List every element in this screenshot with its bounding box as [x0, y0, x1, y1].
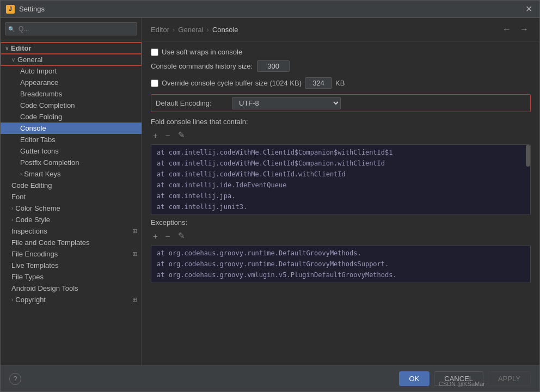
override-label: Override console cycle buffer size (1024…: [162, 79, 302, 87]
apply-button[interactable]: APPLY: [488, 371, 531, 386]
badge-icon: ⊞: [132, 228, 137, 235]
list-item[interactable]: at com.intellij.codeWithMe.ClientId.with…: [154, 169, 528, 180]
list-item[interactable]: at com.intellij.junit3.: [154, 201, 528, 212]
encoding-select[interactable]: UTF-8 UTF-16 ISO-8859-1 Windows-1252 US-…: [232, 97, 341, 109]
tree-item-general[interactable]: ∨ General: [1, 54, 142, 65]
exceptions-section-title: Exceptions:: [151, 218, 531, 226]
list-item[interactable]: at org.codehaus.groovy.runtime.DefaultGr…: [154, 259, 528, 270]
tree-item-gutter-icons[interactable]: Gutter Icons: [1, 145, 142, 157]
encoding-label: Default Encoding:: [156, 99, 232, 107]
tree-item-live-templates[interactable]: Live Templates: [1, 260, 142, 271]
breadcrumb-editor: Editor: [151, 26, 169, 34]
tree-item-font[interactable]: Font: [1, 191, 142, 203]
watermark: CSDN @KSaMar: [439, 381, 485, 387]
nav-back-button[interactable]: ←: [500, 23, 513, 35]
sidebar: ∨ Editor ∨ General Auto Import Appearanc…: [1, 18, 142, 365]
breadcrumb-general: General: [178, 26, 203, 34]
badge-icon: ⊞: [132, 296, 137, 303]
dialog-body: ∨ Editor ∨ General Auto Import Appearanc…: [1, 18, 539, 365]
badge-icon: ⊞: [132, 250, 137, 258]
tree-item-console[interactable]: Console: [1, 122, 142, 134]
soft-wraps-checkbox[interactable]: [151, 48, 158, 56]
list-item[interactable]: at org.codehaus.groovy.runtime.DefaultGr…: [154, 248, 528, 259]
exceptions-list: at org.codehaus.groovy.runtime.DefaultGr…: [151, 245, 531, 283]
tree-item-file-types[interactable]: File Types: [1, 271, 142, 283]
tree-item-inspections[interactable]: Inspections ⊞: [1, 225, 142, 237]
tree-item-code-completion[interactable]: Code Completion: [1, 100, 142, 111]
breadcrumb-sep1: ›: [173, 26, 175, 34]
tree-item-breadcrumbs[interactable]: Breadcrumbs: [1, 88, 142, 100]
arrow-icon: ›: [11, 297, 13, 303]
soft-wraps-label: Use soft wraps in console: [162, 48, 242, 56]
tree-item-smart-keys[interactable]: › Smart Keys: [1, 168, 142, 180]
content-area: Editor › General › Console ← → Use soft …: [142, 18, 539, 365]
arrow-icon: ∨: [11, 57, 15, 63]
nav-forward-button[interactable]: →: [518, 23, 531, 35]
search-input[interactable]: [5, 22, 137, 35]
fold-list: at com.intellij.codeWithMe.ClientId$Comp…: [151, 144, 531, 215]
breadcrumb-current: Console: [212, 26, 238, 34]
encoding-row: Default Encoding: UTF-8 UTF-16 ISO-8859-…: [151, 94, 531, 112]
help-button[interactable]: ?: [9, 373, 21, 385]
exc-add-button[interactable]: +: [151, 230, 160, 242]
exc-remove-button[interactable]: −: [163, 230, 173, 242]
search-box: [1, 18, 142, 40]
override-row: Override console cycle buffer size (1024…: [151, 77, 531, 89]
list-item[interactable]: at com.intellij.ide.IdeEventQueue: [154, 180, 528, 191]
arrow-icon: ›: [20, 171, 22, 177]
override-unit: KB: [335, 79, 345, 87]
fold-toolbar: + − ✎: [151, 129, 531, 141]
list-item[interactable]: at com.intellij.codeWithMe.ClientId$Comp…: [154, 158, 528, 169]
tree-item-file-templates[interactable]: File and Code Templates: [1, 237, 142, 248]
scrollbar-track: [526, 145, 530, 215]
nav-arrows: ← →: [500, 23, 531, 35]
override-checkbox[interactable]: [151, 79, 158, 87]
tree: ∨ Editor ∨ General Auto Import Appearanc…: [1, 40, 142, 365]
breadcrumb: Editor › General › Console: [151, 26, 238, 34]
soft-wraps-row: Use soft wraps in console: [151, 48, 531, 56]
tree-item-code-style[interactable]: › Code Style: [1, 214, 142, 225]
tree-item-android-design[interactable]: Android Design Tools: [1, 283, 142, 294]
dialog-title: Settings: [19, 5, 523, 13]
history-size-row: Console commands history size:: [151, 60, 531, 72]
search-wrapper: [5, 22, 137, 35]
scrollbar-thumb[interactable]: [526, 145, 530, 167]
list-item[interactable]: at com.intellij.jpa.: [154, 191, 528, 201]
tree-item-editor[interactable]: ∨ Editor: [1, 42, 142, 54]
override-value-input[interactable]: [305, 77, 332, 89]
arrow-icon: ∨: [5, 45, 9, 51]
tree-item-code-folding[interactable]: Code Folding: [1, 111, 142, 122]
history-size-input[interactable]: [257, 60, 290, 72]
tree-item-editor-tabs[interactable]: Editor Tabs: [1, 134, 142, 145]
footer: ? OK CANCEL APPLY: [1, 365, 539, 391]
close-button[interactable]: ✕: [523, 4, 534, 14]
title-bar: J Settings ✕: [1, 1, 539, 18]
arrow-icon: ›: [11, 205, 13, 211]
tree-item-appearance[interactable]: Appearance: [1, 77, 142, 88]
tree-item-postfix-completion[interactable]: Postfix Completion: [1, 157, 142, 168]
fold-add-button[interactable]: +: [151, 129, 160, 141]
tree-item-code-editing[interactable]: Code Editing: [1, 180, 142, 191]
breadcrumb-sep2: ›: [207, 26, 209, 34]
tree-item-copyright[interactable]: › Copyright ⊞: [1, 294, 142, 305]
exc-edit-button[interactable]: ✎: [176, 230, 187, 242]
content-main: Use soft wraps in console Console comman…: [142, 41, 539, 365]
tree-item-color-scheme[interactable]: › Color Scheme: [1, 203, 142, 214]
content-header: Editor › General › Console ← →: [142, 18, 539, 41]
list-item[interactable]: at org.codehaus.groovy.vmlugin.v5.Plugin…: [154, 270, 528, 280]
tree-item-auto-import[interactable]: Auto Import: [1, 65, 142, 77]
tree-item-file-encodings[interactable]: File Encodings ⊞: [1, 248, 142, 260]
ok-button[interactable]: OK: [399, 371, 430, 386]
arrow-icon: ›: [11, 217, 13, 223]
list-item[interactable]: at com.intellij.codeWithMe.ClientId$Comp…: [154, 147, 528, 158]
exceptions-toolbar: + − ✎: [151, 230, 531, 242]
fold-section-title: Fold console lines that contain:: [151, 118, 531, 126]
app-icon: J: [6, 5, 15, 14]
fold-edit-button[interactable]: ✎: [176, 129, 187, 141]
settings-dialog: J Settings ✕ ∨ Editor ∨ General: [0, 0, 540, 392]
history-size-label: Console commands history size:: [151, 62, 253, 70]
fold-remove-button[interactable]: −: [163, 129, 173, 141]
